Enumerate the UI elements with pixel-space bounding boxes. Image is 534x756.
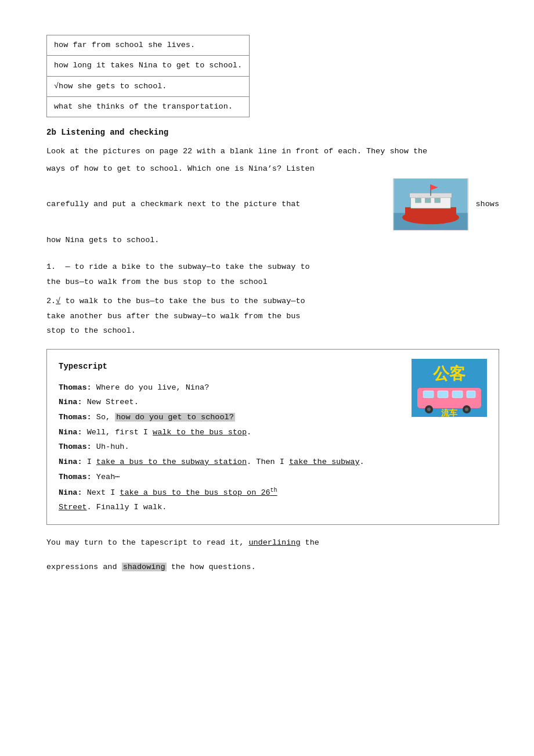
ts-speaker-6: Nina: [59,458,82,466]
typescript-box: Typescript Thomas: Where do you live, Ni… [46,349,499,525]
svg-rect-16 [438,391,448,398]
section-title: 2b Listening and checking [46,128,499,137]
intro-para-2: ways of how to get to school. Which one … [46,161,499,177]
option-row-2: how long it takes Nina to get to school. [47,56,249,76]
ts-speaker-7: Thomas: [59,473,92,481]
option-text-4: what she thinks of the transportation. [54,102,233,111]
ts-line-1: Thomas: Where do you live, Nina? [59,380,402,395]
ts-line-8: Nina: Next I take a bus to the bus stop … [59,484,402,500]
ts-text-8: Next I take a bus to the bus stop on 26t… [87,488,277,497]
ts-underline-1: walk to the bus stop [153,428,247,437]
numbered-item-2: 2.√ to walk to the bus—to take the bus t… [46,294,499,339]
intro-text-2: ways of how to get to school. Which one … [46,164,315,173]
footer-text-4: the how questions. [171,563,256,571]
svg-rect-17 [452,391,463,398]
svg-rect-15 [423,391,434,398]
ts-underline-2: take a bus to the subway station [96,458,247,466]
options-box: how far from school she lives. how long … [46,35,250,117]
ts-text-6: I take a bus to the subway station. Then… [87,458,365,466]
ts-line-4: Nina: Well, first I walk to the bus stop… [59,425,402,440]
item1-line2: the bus—to walk from the bus stop to the… [46,278,268,286]
item1-prefix: 1. — to ride a bike to the subway—to tak… [46,262,310,271]
option-text-2: how long it takes Nina to get to school. [54,61,242,70]
footer-underline: underlining [248,538,300,547]
ts-highlight: how do you get to school? [115,413,235,422]
ts-text-5: Uh-huh. [96,442,129,451]
footer-text-3: express​ions and [46,563,117,571]
ts-content: Typescript Thomas: Where do you live, Ni… [59,359,402,515]
typescript-header: Typescript [59,359,402,375]
ts-text-3: So, how do you get to school? [96,413,235,422]
intro-para-5: how Nina gets to school. [46,233,499,248]
ts-inner: Typescript Thomas: Where do you live, Ni… [59,359,487,515]
ts-line-9: Street. Finally I walk. [59,500,402,515]
item2-line2: take another bus after the subway—to wal… [46,312,300,321]
bus-image: 公客 流车 [412,359,487,417]
intro-text-5: how Nina gets to school. [46,236,159,244]
ts-speaker-4: Nina: [59,428,82,437]
option-row-1: how far from school she lives. [47,35,249,56]
option-row-3: √how she gets to school. [47,77,249,97]
intro-image-row: carefully and put a checkmark next to th… [46,178,499,231]
ts-speaker-3: Thomas: [59,413,92,422]
ts-speaker-8: Nina: [59,488,82,497]
footer-text-2: the [305,538,319,547]
footer-para: You may turn to the tapescript to read i… [46,535,499,550]
numbered-item-1: 1. — to ride a bike to the subway—to tak… [46,260,499,289]
ts-speaker-1: Thomas: [59,383,92,392]
ts-text-4: Well, first I walk to the bus stop. [87,428,252,437]
intro-text-1: Look at the pictures on page 22 with a b… [46,147,427,156]
svg-rect-18 [467,391,475,398]
item2-line3: stop to the school. [46,326,136,335]
ts-text-9: Street. Finally I walk. [59,503,167,512]
svg-point-20 [427,408,431,411]
svg-rect-8 [435,199,441,203]
svg-rect-3 [405,207,456,219]
option-text-1: how far from school she lives. [54,41,195,49]
option-text-3: √how she gets to school. [54,82,167,91]
ts-speaker-2: Nina: [59,398,82,406]
intro-text-3: carefully and put a checkmark next to th… [46,197,386,212]
ts-line-3: Thomas: So, how do you get to school? [59,410,402,425]
ts-underline-4: take a bus to the bus stop on 26th [120,488,277,497]
intro-para-1: Look at the pictures on page 22 with a b… [46,144,499,159]
ts-speaker-5: Thomas: [59,442,92,451]
ts-line-6: Nina: I take a bus to the subway station… [59,455,402,470]
ts-underline-5: Street [59,503,87,512]
item2-prefix: 2.√ to walk to the bus—to take the bus t… [46,297,305,305]
ts-line-7: Thomas: Yeah⋯ [59,470,402,485]
option-row-4: what she thinks of the transportation. [47,97,249,117]
ts-text-2: New Street. [87,398,139,406]
intro-text-4: shows [475,197,499,212]
svg-rect-7 [425,199,431,203]
ts-line-5: Thomas: Uh-huh. [59,440,402,455]
svg-text:公客: 公客 [432,364,466,383]
ts-line-2: Nina: New Street. [59,395,402,410]
footer-para-2: express​ions and shadowing the how quest… [46,560,499,575]
footer-text-1: You may turn to the tapescript to read i… [46,538,244,547]
svg-point-22 [465,408,468,411]
svg-rect-6 [416,199,421,203]
boat-image [393,178,468,231]
ts-text-1: Where do you live, Nina? [96,383,209,392]
ts-underline-3: take the subway [289,458,360,466]
footer-shadowing: shadowing [122,563,167,571]
svg-text:流车: 流车 [441,408,458,417]
ts-text-7: Yeah⋯ [96,473,120,481]
